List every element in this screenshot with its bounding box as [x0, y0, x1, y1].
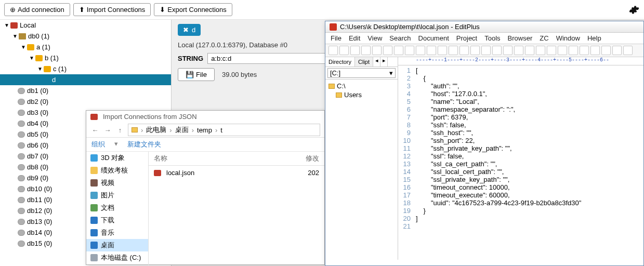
- toolbar-icon[interactable]: [372, 46, 382, 55]
- menu-item[interactable]: Edit: [349, 34, 360, 42]
- key-name-input[interactable]: a:b:c:d: [207, 53, 337, 64]
- tree-label: c (1): [53, 65, 67, 73]
- place-item[interactable]: 下载: [86, 214, 148, 227]
- toolbar-icon[interactable]: [580, 46, 589, 55]
- col-name[interactable]: 名称: [154, 154, 293, 163]
- toolbar-icon[interactable]: [383, 46, 392, 55]
- editplus-toolbar[interactable]: [325, 44, 643, 57]
- file-list[interactable]: 名称 修改 local.json 202: [149, 152, 324, 265]
- tree-node-key-d[interactable]: d: [0, 74, 171, 85]
- toolbar-icon[interactable]: [394, 46, 403, 55]
- menu-item[interactable]: File: [331, 34, 341, 42]
- place-item[interactable]: 图片: [86, 189, 148, 202]
- upload-icon: ⬆: [79, 6, 85, 14]
- place-item[interactable]: 3D 对象: [86, 152, 148, 164]
- tree-node-db[interactable]: db2 (0): [0, 96, 171, 107]
- menu-item[interactable]: Tools: [484, 34, 500, 42]
- tree-node-server[interactable]: ▼ Local: [0, 20, 171, 31]
- place-item[interactable]: 视频: [86, 177, 148, 189]
- toolbar-icon[interactable]: [339, 46, 349, 55]
- nav-forward-button[interactable]: →: [103, 126, 112, 134]
- toolbar-icon[interactable]: [623, 46, 633, 55]
- editplus-titlebar[interactable]: C:\Users\k Desktop\temp\t\local.json - E…: [325, 21, 643, 33]
- place-item[interactable]: 文档: [86, 202, 148, 214]
- menu-item[interactable]: View: [367, 34, 382, 42]
- folder-node[interactable]: Users: [328, 90, 395, 99]
- add-connection-button[interactable]: ⊕ Add connection: [4, 3, 70, 16]
- toolbar-icon[interactable]: [459, 46, 469, 55]
- toolbar-icon[interactable]: [492, 46, 502, 55]
- toolbar-icon[interactable]: [590, 46, 600, 55]
- folder-tree[interactable]: C:\ Users: [325, 79, 398, 101]
- tree-node-namespace-b[interactable]: ▼ b (1): [0, 52, 171, 63]
- directory-tab[interactable]: Directory: [325, 57, 355, 66]
- menu-item[interactable]: Help: [587, 34, 601, 42]
- crumb[interactable]: t: [220, 126, 222, 134]
- drive-select[interactable]: [C:] ▾: [327, 68, 396, 78]
- crumb[interactable]: 桌面: [175, 125, 189, 135]
- database-icon: [18, 88, 25, 94]
- place-icon: [90, 242, 98, 249]
- toolbar-icon[interactable]: [569, 46, 578, 55]
- toolbar-icon[interactable]: [503, 46, 512, 55]
- menu-item[interactable]: Project: [456, 34, 477, 42]
- folder-node[interactable]: C:\: [328, 82, 395, 90]
- code-editor[interactable]: 123456789101112131415161718192021 [ { "a…: [398, 65, 643, 260]
- toolbar-icon[interactable]: [449, 46, 458, 55]
- tab-scroll-right[interactable]: ▸: [380, 57, 388, 66]
- code-content[interactable]: [ { "auth": "", "host": "127.0.0.1", "na…: [414, 65, 583, 260]
- place-item[interactable]: 音乐: [86, 227, 148, 239]
- nav-up-button[interactable]: ↑: [115, 126, 125, 134]
- toolbar-icon[interactable]: [416, 46, 425, 55]
- toolbar-icon[interactable]: [405, 46, 414, 55]
- key-tab[interactable]: ✖ d: [178, 24, 201, 36]
- close-icon[interactable]: ✖: [183, 26, 189, 34]
- tree-label: db12 (0): [27, 207, 52, 215]
- organize-menu[interactable]: 组织: [91, 140, 105, 149]
- menu-item[interactable]: Search: [389, 34, 411, 42]
- tree-node-db[interactable]: db1 (0): [0, 85, 171, 96]
- editplus-menubar[interactable]: FileEditViewSearchDocumentProjectToolsBr…: [325, 33, 643, 44]
- place-item[interactable]: 桌面: [86, 239, 148, 251]
- menu-item[interactable]: ZC: [540, 34, 548, 42]
- toolbar-icon[interactable]: [481, 46, 491, 55]
- crumb[interactable]: 此电脑: [146, 125, 166, 135]
- toolbar-icon[interactable]: [427, 46, 436, 55]
- tree-node-namespace-c[interactable]: ▼ c (1): [0, 63, 171, 74]
- place-item[interactable]: 绩效考核: [86, 164, 148, 177]
- toolbar-icon[interactable]: [361, 46, 371, 55]
- new-folder-button[interactable]: 新建文件夹: [127, 140, 161, 149]
- toolbar-icon[interactable]: [536, 46, 545, 55]
- toolbar-icon[interactable]: [547, 46, 556, 55]
- breadcrumb[interactable]: › 此电脑› 桌面› temp› t: [128, 124, 320, 136]
- export-connections-button[interactable]: ⬇ Export Connections: [154, 3, 232, 16]
- folder-icon: [328, 84, 335, 89]
- toolbar-icon[interactable]: [558, 46, 567, 55]
- menu-item[interactable]: Window: [556, 34, 580, 42]
- tree-node-namespace-a[interactable]: ▼ a (1): [0, 42, 171, 52]
- cliptext-tab[interactable]: Clipt: [355, 57, 373, 66]
- file-row[interactable]: local.json 202: [149, 166, 324, 180]
- settings-button[interactable]: [628, 4, 640, 16]
- toolbar-icon[interactable]: [470, 46, 480, 55]
- menu-item[interactable]: Browser: [508, 34, 533, 42]
- menu-item[interactable]: Document: [418, 34, 449, 42]
- toolbar-icon[interactable]: [438, 46, 447, 55]
- col-modified[interactable]: 修改: [293, 154, 319, 163]
- file-button[interactable]: 💾 File: [178, 68, 215, 81]
- toolbar-icon[interactable]: [601, 46, 611, 55]
- tree-node-db0[interactable]: ▼ db0 (1): [0, 31, 171, 42]
- place-item[interactable]: 本地磁盘 (C:): [86, 251, 148, 264]
- import-connections-button[interactable]: ⬆ Import Connections: [73, 3, 151, 16]
- toolbar-icon[interactable]: [612, 46, 622, 55]
- nav-back-button[interactable]: ←: [90, 126, 100, 134]
- toolbar-icon[interactable]: [525, 46, 534, 55]
- toolbar-icon[interactable]: [328, 46, 338, 55]
- places-sidebar[interactable]: 3D 对象绩效考核视频图片文档下载音乐桌面本地磁盘 (C:): [86, 152, 149, 265]
- toolbar-icon[interactable]: [350, 46, 360, 55]
- toolbar-icon[interactable]: [514, 46, 523, 55]
- place-label: 视频: [101, 178, 114, 188]
- file-button-label: File: [196, 71, 207, 78]
- crumb[interactable]: temp: [197, 126, 212, 134]
- tab-scroll-left[interactable]: ◂: [373, 57, 380, 66]
